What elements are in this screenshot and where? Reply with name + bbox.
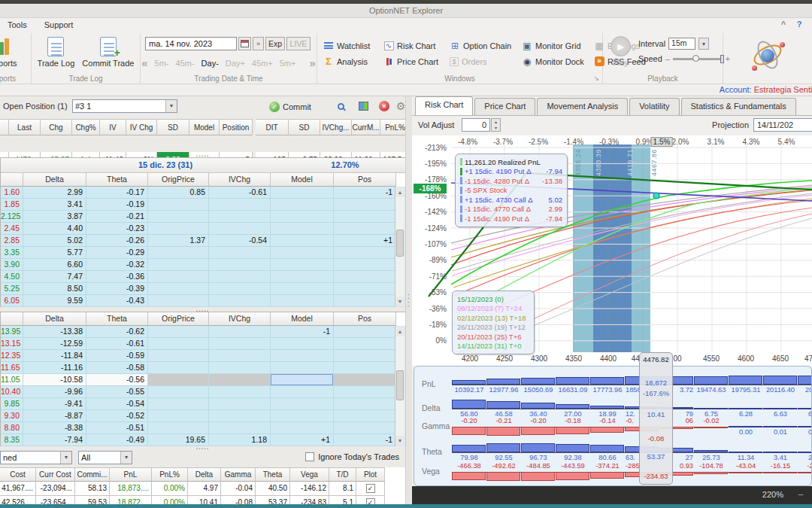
option-row[interactable]: 1.853.41-0.19: [1, 199, 405, 211]
option-row[interactable]: 9.30-8.87-0.52: [1, 410, 405, 422]
option-col-header[interactable]: OrigPrice: [148, 312, 209, 326]
trades-col-header[interactable]: Cost: [0, 467, 36, 482]
zoom-level[interactable]: 220%: [762, 490, 783, 499]
interval-dropdown-icon[interactable]: ▾: [698, 38, 709, 50]
plot-checkbox-icon[interactable]: ✓: [366, 484, 375, 493]
panel-splitter[interactable]: ····: [406, 96, 412, 504]
vol-adjust-input[interactable]: 0: [462, 118, 490, 132]
option-row[interactable]: 4.507.47-0.36: [1, 271, 405, 283]
gear-icon[interactable]: ⚙: [394, 100, 406, 112]
speed-slider[interactable]: [673, 58, 723, 60]
option-row[interactable]: 2.1253.87-0.21: [1, 211, 405, 223]
trades-col-header[interactable]: Commi...: [75, 467, 110, 482]
trades-col-header[interactable]: PnL: [110, 467, 152, 482]
menu-tools[interactable]: Tools: [0, 18, 35, 32]
exp-button[interactable]: Exp: [265, 37, 285, 50]
menu-support[interactable]: Support: [37, 18, 81, 32]
trade-row[interactable]: 41,967....-23,094...58.1318,873....0.00%…: [0, 482, 406, 496]
option-col-header[interactable]: IVChg: [209, 173, 271, 187]
scroll-down-icon[interactable]: ▼: [395, 297, 404, 306]
reports-button[interactable]: Reports: [0, 33, 17, 68]
trades-col-header[interactable]: T/D: [329, 467, 356, 482]
trades-col-header[interactable]: PnL%: [152, 467, 188, 482]
option-col-header[interactable]: Delta: [23, 312, 86, 326]
nav-45m-[interactable]: 45m-: [176, 59, 195, 68]
option-row[interactable]: 1.602.99-0.170.85-0.61-1: [1, 187, 405, 199]
window-toggle-risk-chart[interactable]: ∿Risk Chart: [383, 38, 450, 53]
window-toggle-option-chain[interactable]: ⊞Option Chain: [450, 38, 522, 53]
window-toggle-monitor-grid[interactable]: ▣Monitor Grid: [522, 38, 594, 53]
option-row[interactable]: 5.258.50-0.39: [1, 283, 405, 295]
calendar-icon[interactable]: [238, 37, 251, 50]
nav-day+[interactable]: Day+: [226, 59, 245, 68]
option-row[interactable]: 2.454.40-0.23: [1, 223, 405, 235]
option-col-header[interactable]: Theta: [86, 173, 148, 187]
nav-45m+[interactable]: 45m+: [252, 59, 273, 68]
option-row[interactable]: 3.906.60-0.32: [1, 259, 405, 271]
expand-group-icon[interactable]: ↘: [593, 75, 599, 82]
zoom-out-icon[interactable]: –: [798, 489, 803, 498]
plot-checkbox-icon[interactable]: ✓: [366, 498, 375, 504]
strategy-filter-select[interactable]: ned ▾: [0, 451, 72, 464]
export-table-icon[interactable]: [356, 100, 370, 112]
tab-risk-chart[interactable]: Risk Chart: [415, 96, 473, 115]
trades-col-header[interactable]: Theta: [256, 467, 290, 482]
option-col-header[interactable]: Model: [271, 173, 334, 187]
trading-date-input[interactable]: [145, 37, 237, 50]
position-selector[interactable]: #3 1 ▾: [72, 99, 177, 113]
live-button[interactable]: LIVE: [286, 37, 311, 50]
commit-trade-button[interactable]: + Commit Trade: [82, 33, 134, 68]
interval-value[interactable]: 15m: [668, 38, 695, 50]
option-col-header[interactable]: Theta: [86, 312, 148, 326]
trades-col-header[interactable]: Vega: [290, 467, 329, 482]
help-icon[interactable]: ?: [792, 20, 806, 29]
trades-col-header[interactable]: Gamma: [221, 467, 256, 482]
risk-chart[interactable]: -4.8%-3.7%-2.5%-1.4%-0.3%0.9%2.0%3.1%4.3…: [412, 135, 812, 366]
scroll-up-icon[interactable]: ▲: [395, 327, 404, 336]
trade-log-button[interactable]: Trade Log: [38, 33, 75, 68]
option-row[interactable]: 13.95-13.38-0.62-1: [1, 326, 405, 338]
trades-col-header[interactable]: Plot: [356, 467, 385, 482]
nav-forward-icon[interactable]: »: [309, 56, 315, 69]
collapse-ribbon-icon[interactable]: ^: [777, 20, 790, 29]
window-toggle-analysis[interactable]: ΣAnalysis: [323, 53, 383, 69]
close-position-icon[interactable]: ×: [377, 100, 391, 112]
option-col-header[interactable]: IVChg: [209, 312, 271, 326]
tab-movement-analysis[interactable]: Movement Analysis: [537, 98, 628, 115]
window-toggle-orders[interactable]: $Orders: [450, 53, 522, 69]
vol-adjust-spinner[interactable]: ▴▾: [491, 118, 501, 132]
scroll-up-icon[interactable]: ▲: [395, 187, 404, 197]
option-col-header[interactable]: [1, 312, 23, 326]
option-row[interactable]: 2.855.02-0.261.37-0.54+1: [1, 235, 405, 247]
trades-col-header[interactable]: Curr Cost: [36, 467, 75, 482]
play-button[interactable]: ▶ Play: [611, 36, 631, 67]
window-toggle-price-chart[interactable]: Price Chart: [383, 53, 450, 69]
option-col-header[interactable]: [1, 173, 23, 187]
nav-5m-[interactable]: 5m-: [155, 59, 169, 68]
trade-row[interactable]: 42,526....-23,654...59.5318,872....0.00%…: [0, 496, 406, 504]
tab-volatility[interactable]: Volatility: [629, 98, 679, 115]
option-row[interactable]: 10.40-9.96-0.55: [1, 386, 405, 398]
option-row[interactable]: 3.355.77-0.29: [1, 247, 405, 259]
option-row[interactable]: 13.15-12.59-0.61: [1, 338, 405, 350]
ignore-todays-trades-checkbox[interactable]: Ignore Today's Trades: [305, 452, 399, 461]
nav-5m+[interactable]: 5m+: [280, 59, 296, 68]
window-toggle-monitor-dock[interactable]: ◉Monitor Dock: [522, 53, 594, 69]
projection-date-input[interactable]: 14/11/202: [753, 118, 812, 132]
tab-statistics-fundamentals[interactable]: Statistics & Fundamentals: [681, 98, 796, 115]
commit-button[interactable]: ✓ Commit: [269, 99, 311, 114]
puts-scrollbar[interactable]: ▲ ▼: [395, 327, 404, 446]
option-row[interactable]: 8.80-8.38-0.51: [1, 422, 405, 434]
goto-expiry-icon[interactable]: »: [253, 37, 264, 50]
window-toggle-watchlist[interactable]: Watchlist: [323, 38, 383, 53]
calls-scrollbar[interactable]: ▲ ▼: [395, 187, 404, 306]
scroll-down-icon[interactable]: ▼: [395, 436, 404, 446]
nav-back-icon[interactable]: «: [141, 56, 147, 69]
option-row[interactable]: 9.85-9.41-0.54: [1, 398, 405, 410]
option-col-header[interactable]: Pos: [334, 173, 396, 187]
nav-day-[interactable]: Day-: [201, 59, 219, 68]
option-col-header[interactable]: Delta: [23, 173, 86, 187]
option-row[interactable]: 11.65-11.16-0.58: [1, 362, 405, 374]
trades-col-header[interactable]: Delta: [188, 467, 221, 482]
tab-price-chart[interactable]: Price Chart: [474, 98, 535, 115]
